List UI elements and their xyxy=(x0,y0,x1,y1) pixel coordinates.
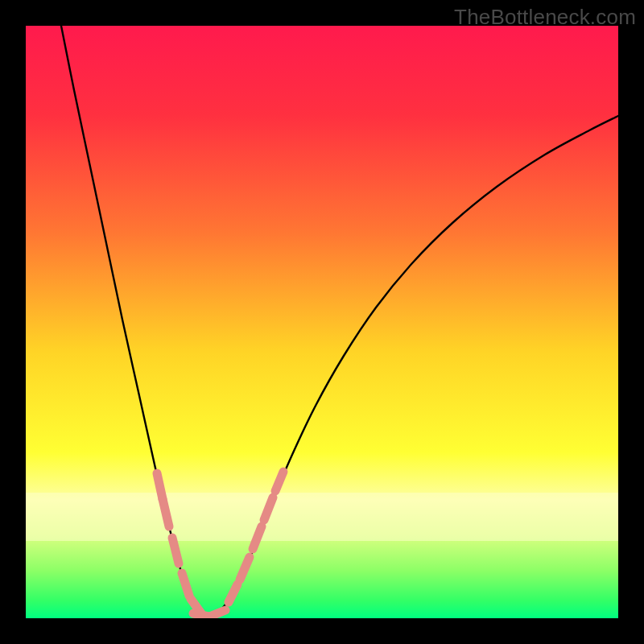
pale-band xyxy=(26,493,618,541)
plot-area xyxy=(26,26,618,618)
chart-svg xyxy=(26,26,618,618)
bead-left-mid xyxy=(172,538,179,564)
bead-left-upper2 xyxy=(163,499,169,526)
bead-bottom-flat2 xyxy=(209,610,225,617)
outer-frame: TheBottleneck.com xyxy=(0,0,644,644)
